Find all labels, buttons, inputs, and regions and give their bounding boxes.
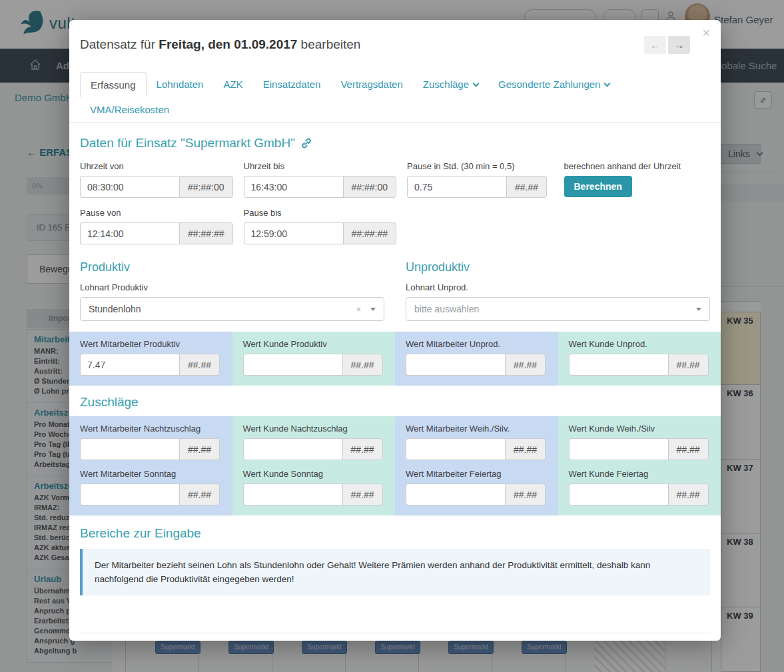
lohnart-unproduktiv-select[interactable]: bitte auswählen [406, 297, 710, 321]
input-mask-addon: ##.## [505, 438, 546, 460]
wert-mitarbeiter-produktiv-input[interactable] [80, 354, 179, 376]
modal-header: Datensatz für Freitag, den 01.09.2017 be… [69, 20, 721, 52]
input-mask-addon: ##.## [668, 354, 709, 376]
tab-azk[interactable]: AZK [213, 72, 252, 97]
field-label: Uhrzeit von [80, 161, 233, 171]
input-mask-addon: ##.## [179, 354, 220, 376]
tab-label: Gesonderte Zahlungen [498, 79, 600, 90]
input-mask-addon: ##:##:00 [343, 176, 397, 198]
field-label: Wert Kunde Produktiv [243, 339, 385, 349]
chevron-down-icon [604, 81, 611, 87]
info-message: Der Mitarbeiter bezieht seinen Lohn als … [80, 549, 710, 595]
wert-kunde-unprod-input[interactable] [569, 354, 668, 376]
wert-kunde-weih-silv-input[interactable] [569, 438, 668, 460]
input-mask-addon: ##.## [668, 484, 709, 505]
tab-vma-reisekosten[interactable]: VMA/Reisekosten [80, 97, 179, 122]
clear-selection-icon[interactable]: × [356, 304, 361, 314]
field-label: Pause in Std. (30 min = 0,5) [407, 161, 554, 171]
field-pause-bis: Pause bis ##:##:## [244, 208, 397, 244]
wert-kunde-produktiv-input[interactable] [243, 354, 342, 376]
close-icon[interactable]: × [702, 25, 710, 41]
field-pause-std: Pause in Std. (30 min = 0,5) ##.## [407, 161, 554, 198]
zuschlaege-heading: Zuschläge [80, 395, 710, 410]
pause-bis-input[interactable] [244, 222, 343, 244]
tab-lohndaten[interactable]: Lohndaten [147, 72, 214, 97]
field-label: Wert Mitarbeiter Nachtzuschlag [80, 424, 222, 434]
title-prefix: Datensatz für [80, 37, 159, 51]
einsatz-section-heading: Daten für Einsatz "Supermarkt GmbH" [80, 136, 710, 151]
input-mask-addon: ##.## [506, 176, 547, 198]
field-label: Pause bis [244, 208, 397, 218]
zuschlaege-band: Wert Mitarbeiter Nachtzuschlag ##.## Wer… [69, 416, 721, 515]
tab-row-1: Erfassung Lohndaten AZK Einsatzdaten Ver… [80, 72, 710, 97]
time-fields-row-1: Uhrzeit von ##:##:00 Uhrzeit bis ##:##:0… [80, 161, 710, 198]
field-label: Wert Kunde Nachtzuschlag [243, 424, 385, 434]
wert-kunde-unprod-cell: Wert Kunde Unprod. ##.## [558, 332, 721, 386]
field-label: Wert Mitarbeiter Unprod. [406, 339, 548, 349]
field-label: Wert Kunde Weih./Silv [569, 424, 711, 434]
dropdown-caret-icon [370, 308, 376, 311]
tab-label: Zuschläge [423, 79, 469, 90]
previous-record-button[interactable]: ← [644, 36, 666, 54]
lohnart-produktiv-select[interactable]: Stundenlohn × [80, 297, 384, 321]
edit-record-modal: × ← → Datensatz für Freitag, den 01.09.2… [69, 20, 721, 641]
wert-kunde-nachtzuschlag-input[interactable] [243, 438, 342, 460]
wert-kunde-sonntag-input[interactable] [243, 484, 342, 505]
next-record-button[interactable]: → [668, 36, 690, 54]
tab-row-2: VMA/Reisekosten [80, 97, 710, 122]
produktiv-column: Produktiv Lohnart Produktiv Stundenlohn … [80, 260, 384, 321]
input-mask-addon: ##.## [668, 438, 709, 460]
tab-gesonderte-zahlungen[interactable]: Gesonderte Zahlungen [488, 72, 619, 97]
tab-zuschlaege[interactable]: Zuschläge [413, 72, 488, 97]
input-mask-addon: ##.## [179, 484, 220, 505]
input-mask-addon: ##.## [179, 438, 220, 460]
field-label: Lohnart Unprod. [406, 282, 710, 292]
spacer [80, 595, 710, 633]
field-label: Pause von [80, 208, 233, 218]
input-mask-addon: ##.## [505, 354, 546, 376]
field-label: Wert Kunde Feiertag [569, 469, 711, 479]
select-placeholder: bitte auswählen [414, 304, 696, 314]
tab-vertragsdaten[interactable]: Vertragsdaten [330, 72, 412, 97]
input-mask-addon: ##.## [505, 484, 546, 505]
produktiv-heading: Produktiv [80, 260, 384, 274]
pause-std-input[interactable] [407, 176, 506, 198]
field-pause-von: Pause von ##:##:## [80, 208, 233, 244]
modal-title: Datensatz für Freitag, den 01.09.2017 be… [80, 37, 710, 52]
pause-von-input[interactable] [80, 222, 179, 244]
field-label: Wert Kunde Sonntag [243, 469, 385, 479]
zuschlaege-col-kunde-1: Wert Kunde Nachtzuschlag ##.## Wert Kund… [232, 416, 396, 515]
input-mask-addon: ##.## [342, 484, 383, 505]
dropdown-caret-icon [696, 308, 701, 311]
input-mask-addon: ##.## [342, 438, 383, 460]
wert-mitarbeiter-sonntag-input[interactable] [80, 484, 179, 505]
tab-erfassung[interactable]: Erfassung [80, 72, 147, 97]
link-icon[interactable] [300, 137, 312, 149]
zuschlaege-col-mitarbeiter-1: Wert Mitarbeiter Nachtzuschlag ##.## Wer… [69, 416, 232, 515]
einsatz-heading-text: Daten für Einsatz "Supermarkt GmbH" [80, 136, 295, 151]
wert-kunde-produktiv-cell: Wert Kunde Produktiv ##.## [232, 332, 396, 386]
modal-tabs: Erfassung Lohndaten AZK Einsatzdaten Ver… [69, 72, 721, 123]
zuschlaege-col-kunde-2: Wert Kunde Weih./Silv ##.## Wert Kunde F… [558, 416, 721, 515]
wert-kunde-feiertag-input[interactable] [569, 484, 668, 505]
wert-mitarbeiter-nachtzuschlag-input[interactable] [80, 438, 179, 460]
wert-mitarbeiter-unprod-input[interactable] [406, 354, 505, 376]
field-label: Wert Mitarbeiter Sonntag [80, 469, 222, 479]
field-label: Wert Kunde Unprod. [569, 339, 711, 349]
modal-footer: Speichern Speichern und Schließen Abbrec… [80, 633, 710, 641]
unproduktiv-heading: Unproduktiv [406, 260, 710, 274]
input-mask-addon: ##:##:00 [179, 176, 233, 198]
field-label: berechnen anhand der Uhrzeit [564, 161, 711, 171]
berechnen-button[interactable]: Berechnen [564, 176, 632, 197]
zuschlaege-col-mitarbeiter-2: Wert Mitarbeiter Weih./Silv. ##.## Wert … [395, 416, 558, 515]
uhrzeit-bis-input[interactable] [244, 176, 343, 198]
title-suffix: bearbeiten [297, 37, 360, 51]
field-berechnen: berechnen anhand der Uhrzeit Berechnen [564, 161, 711, 198]
wert-mitarbeiter-weih-silv-input[interactable] [406, 438, 505, 460]
wert-mitarbeiter-feiertag-input[interactable] [406, 484, 505, 505]
tab-einsatzdaten[interactable]: Einsatzdaten [253, 72, 331, 97]
uhrzeit-von-input[interactable] [80, 176, 179, 198]
field-uhrzeit-bis: Uhrzeit bis ##:##:00 [244, 161, 397, 198]
application-window: vultu Stefan Geyer Adr Globale Suche Dem… [0, 0, 784, 672]
field-uhrzeit-von: Uhrzeit von ##:##:00 [80, 161, 233, 198]
